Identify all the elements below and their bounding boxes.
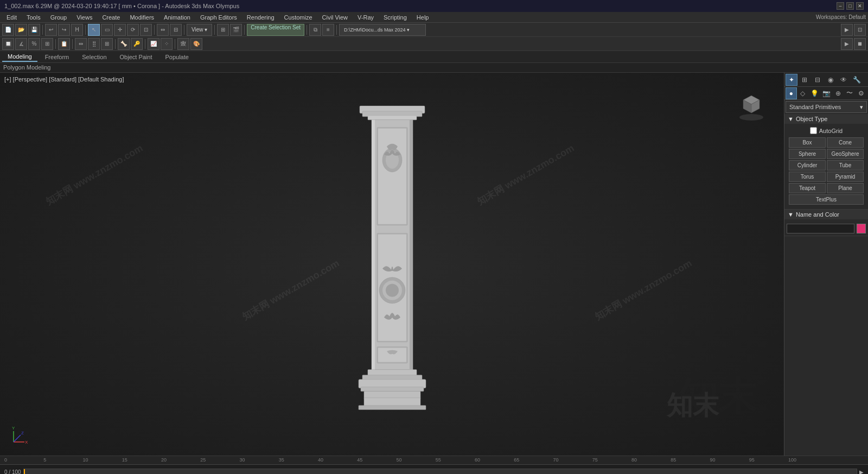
sphere-button[interactable]: Sphere [789, 149, 826, 159]
timeline-slider[interactable] [23, 469, 857, 475]
lights-icon[interactable]: 💡 [809, 87, 820, 99]
cylinder-button[interactable]: Cylinder [789, 160, 826, 170]
tube-button[interactable]: Tube [827, 160, 864, 170]
render-preview-button[interactable]: ⊡ [854, 24, 866, 36]
object-name-input[interactable] [787, 224, 854, 233]
create-selection-set-button[interactable]: Create Selection Set [247, 24, 304, 36]
layer-button[interactable]: ⧉ [309, 24, 321, 36]
color-clipboard-btn[interactable]: 🎨 [190, 38, 202, 50]
array-button[interactable]: ⣿ [88, 38, 100, 50]
subtab-modeling[interactable]: Modeling [2, 52, 37, 62]
spinner-snap-button[interactable]: ⊞ [41, 38, 53, 50]
frame-number-30: 30 [240, 457, 245, 463]
edit-named-sel-button[interactable]: 📋 [58, 38, 70, 50]
name-color-row [787, 224, 866, 233]
window-controls[interactable]: – □ ✕ [837, 2, 864, 10]
pyramid-button[interactable]: Pyramid [827, 172, 864, 182]
graph-editors-btn[interactable]: 📈 [148, 38, 159, 50]
minimize-button[interactable]: – [837, 2, 844, 10]
schematic-view-btn[interactable]: 🕸 [177, 38, 189, 50]
motion-panel-icon[interactable]: ◉ [825, 74, 837, 86]
menu-customize[interactable]: Customize [280, 13, 317, 22]
set-key-mode-button[interactable]: 🔑 [131, 38, 143, 50]
angle-snap-button[interactable]: ∡ [15, 38, 27, 50]
plane-button[interactable]: Plane [827, 183, 864, 193]
rotate-button[interactable]: ⟳ [127, 24, 139, 36]
autogrid-checkbox[interactable] [810, 127, 817, 134]
menu-vray[interactable]: V-Ray [353, 13, 378, 22]
menu-graph-editors[interactable]: Graph Editors [196, 13, 241, 22]
percent-snap-button[interactable]: % [28, 38, 40, 50]
mirror-button[interactable]: ⇔ [157, 24, 169, 36]
menu-tools[interactable]: Tools [22, 13, 45, 22]
snap-toggle-button[interactable]: 🔲 [2, 38, 14, 50]
view-dropdown[interactable]: View ▾ [187, 24, 212, 36]
align-button[interactable]: ⊟ [170, 24, 182, 36]
subtab-object-paint[interactable]: Object Paint [114, 53, 158, 61]
cone-button[interactable]: Cone [827, 137, 864, 148]
new-scene-button[interactable]: 📄 [2, 24, 14, 36]
geometry-icon[interactable]: ● [786, 87, 797, 99]
undo-button[interactable]: ↩ [45, 24, 57, 36]
systems-icon[interactable]: ⚙ [856, 87, 867, 99]
display-panel-icon[interactable]: 👁 [838, 74, 850, 86]
menu-civil-view[interactable]: Civil View [318, 13, 352, 22]
menu-create[interactable]: Create [98, 13, 124, 22]
menu-edit[interactable]: Edit [2, 13, 21, 22]
modify-panel-icon[interactable]: ⊞ [799, 74, 810, 86]
render-button[interactable]: ▶ [841, 24, 853, 36]
helpers-icon[interactable]: ⊕ [832, 87, 844, 99]
menu-group[interactable]: Group [46, 13, 72, 22]
hold-button[interactable]: H [71, 24, 83, 36]
menu-scripting[interactable]: Scripting [379, 13, 411, 22]
torus-button[interactable]: Torus [789, 172, 826, 182]
redo-button[interactable]: ↪ [58, 24, 70, 36]
particle-view-btn[interactable]: ⁘ [161, 38, 173, 50]
menu-animation[interactable]: Animation [159, 13, 195, 22]
textplus-button[interactable]: TextPlus [789, 194, 864, 205]
utilities-panel-icon[interactable]: 🔧 [851, 74, 863, 86]
save-button[interactable]: 💾 [28, 24, 40, 36]
render-setup-button[interactable]: 🎬 [230, 24, 242, 36]
menu-views[interactable]: Views [72, 13, 97, 22]
mirror-dialog-button[interactable]: ⇔ [75, 38, 87, 50]
menu-rendering[interactable]: Rendering [242, 13, 279, 22]
spacewarps-icon[interactable]: 〜 [844, 87, 856, 99]
zoom-extents-button[interactable]: ⊞ [217, 24, 229, 36]
primitive-type-dropdown[interactable]: Standard Primitives ▾ [786, 101, 867, 113]
select-region-button[interactable]: ▭ [101, 24, 113, 36]
color-swatch[interactable] [857, 224, 866, 233]
stop-button[interactable]: ⏹ [854, 38, 866, 50]
timeline-bar[interactable]: 0 / 100 ▶ [0, 464, 868, 474]
object-type-header[interactable]: ▼ Object Type [784, 114, 868, 124]
bone-tools-button[interactable]: 🦴 [118, 38, 130, 50]
menu-modifiers[interactable]: Modifiers [125, 13, 158, 22]
subtab-freeform[interactable]: Freeform [40, 53, 75, 61]
subtab-populate[interactable]: Populate [159, 53, 194, 61]
name-color-content [784, 219, 868, 236]
view-cube[interactable] [735, 89, 768, 122]
move-button[interactable]: ✛ [114, 24, 126, 36]
svg-point-0 [739, 114, 763, 121]
select-button[interactable]: ↖ [88, 24, 100, 36]
menu-help[interactable]: Help [412, 13, 433, 22]
viewport-3d[interactable]: 知末网 www.znzmo.com 知末网 www.znzmo.com 知末网 … [0, 73, 784, 456]
teapot-button[interactable]: Teapot [789, 183, 826, 193]
ribbon-button[interactable]: ≡ [322, 24, 334, 36]
play-button[interactable]: ▶ [841, 38, 853, 50]
polygon-modeling-label: Polygon Modeling [0, 63, 868, 73]
title-text: 1_002.max 6.29M @ 2024-03-20 19:40:17 [ … [4, 3, 239, 9]
open-button[interactable]: 📂 [15, 24, 27, 36]
subtab-selection[interactable]: Selection [76, 53, 112, 61]
shapes-icon[interactable]: ◇ [797, 87, 809, 99]
maximize-button[interactable]: □ [846, 2, 854, 10]
box-button[interactable]: Box [789, 137, 826, 148]
close-button[interactable]: ✕ [856, 2, 864, 10]
geosphere-button[interactable]: GeoSphere [827, 149, 864, 159]
cameras-icon[interactable]: 📷 [821, 87, 832, 99]
create-panel-icon[interactable]: ✦ [786, 74, 797, 86]
scale-button[interactable]: ⊡ [140, 24, 152, 36]
name-color-header[interactable]: ▼ Name and Color [784, 210, 868, 219]
hierarchy-panel-icon[interactable]: ⊟ [812, 74, 824, 86]
clone-button[interactable]: ⊞ [101, 38, 113, 50]
